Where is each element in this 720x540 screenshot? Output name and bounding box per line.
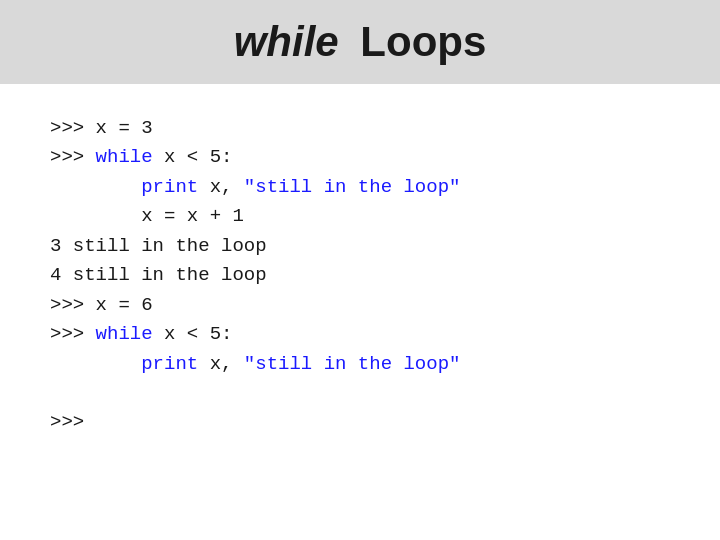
code-line-9: print x, "still in the loop": [50, 350, 670, 379]
title-normal-word: Loops: [349, 18, 487, 65]
code-block: >>> x = 3 >>> while x < 5: print x, "sti…: [50, 114, 670, 438]
content-area: >>> x = 3 >>> while x < 5: print x, "sti…: [0, 84, 720, 540]
code-line-1: >>> x = 3: [50, 114, 670, 143]
code-line-11: >>>: [50, 408, 670, 437]
code-line-8: >>> while x < 5:: [50, 320, 670, 349]
slide: while Loops >>> x = 3 >>> while x < 5: p…: [0, 0, 720, 540]
code-line-3: print x, "still in the loop": [50, 173, 670, 202]
code-line-6: 4 still in the loop: [50, 261, 670, 290]
code-line-2: >>> while x < 5:: [50, 143, 670, 172]
title-italic-word: while: [234, 18, 339, 65]
title-bar: while Loops: [0, 0, 720, 84]
code-line-4: x = x + 1: [50, 202, 670, 231]
code-line-10: [50, 379, 670, 408]
code-line-5: 3 still in the loop: [50, 232, 670, 261]
slide-title: while Loops: [234, 18, 487, 66]
code-line-7: >>> x = 6: [50, 291, 670, 320]
